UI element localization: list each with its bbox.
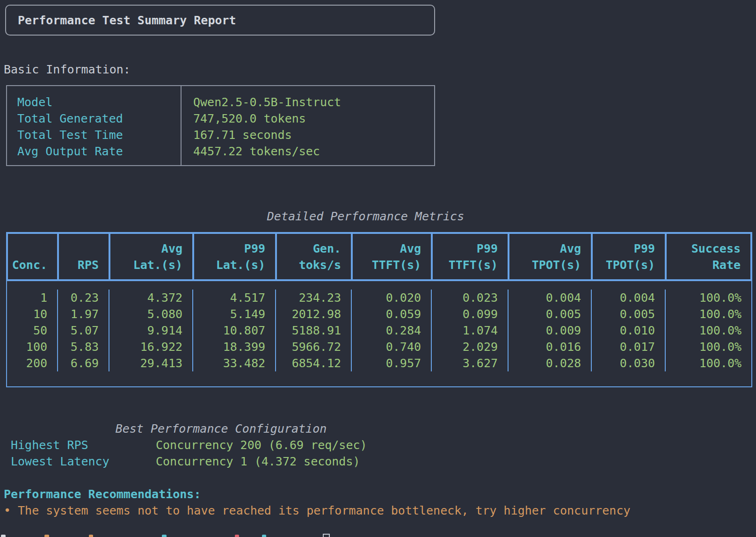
basic-info-label: Model bbox=[17, 94, 181, 110]
metrics-header-label: Gen. toks/s bbox=[299, 240, 341, 273]
best-config-value: Concurrency 200 (6.69 req/sec) bbox=[156, 437, 367, 453]
metrics-cell: 18.399 bbox=[193, 339, 276, 355]
metrics-header-cell: P99 Lat.(s) bbox=[194, 234, 277, 279]
metrics-cell: 0.010 bbox=[592, 322, 666, 339]
metrics-cell: 5966.72 bbox=[276, 339, 352, 355]
metrics-cell: 3.627 bbox=[432, 355, 509, 371]
basic-info-label: Total Generated bbox=[17, 110, 181, 127]
basic-info-label: Avg Output Rate bbox=[17, 143, 181, 160]
metrics-cell: 2012.98 bbox=[276, 306, 352, 322]
metrics-cell: 10 bbox=[7, 306, 58, 322]
basic-info-value: Qwen2.5-0.5B-Instruct bbox=[193, 94, 434, 110]
metrics-cell: 16.922 bbox=[109, 339, 193, 355]
metrics-cell: 4.372 bbox=[109, 290, 193, 306]
clipped-text-fragment bbox=[89, 535, 93, 537]
metrics-cell: 200 bbox=[7, 355, 58, 371]
clipped-text-fragment bbox=[235, 535, 239, 537]
best-config-table: Highest RPSConcurrency 200 (6.69 req/sec… bbox=[0, 437, 515, 470]
metrics-cell: 5.149 bbox=[193, 306, 276, 322]
metrics-cell: 100.0% bbox=[666, 339, 751, 355]
metrics-header-cell: RPS bbox=[59, 234, 110, 279]
recommendations-list: •The system seems not to have reached it… bbox=[4, 502, 631, 519]
metrics-header-cell: Avg TPOT(s) bbox=[509, 234, 593, 279]
clipped-text-fragment bbox=[1, 535, 6, 537]
recommendations-heading: Performance Recommendations: bbox=[4, 486, 201, 502]
best-config-title: Best Performance Configuration bbox=[0, 421, 442, 437]
metrics-header-label: RPS bbox=[78, 257, 99, 273]
metrics-cell: 0.005 bbox=[509, 306, 592, 322]
metrics-header-label: P99 Lat.(s) bbox=[216, 240, 265, 273]
table-row: 1005.8316.92218.3995966.720.7402.0290.01… bbox=[7, 339, 751, 355]
metrics-cell: 1.074 bbox=[432, 322, 509, 339]
metrics-header-label: P99 TTFT(s) bbox=[449, 240, 498, 273]
metrics-header-label: Avg Lat.(s) bbox=[133, 240, 182, 273]
basic-info-values: Qwen2.5-0.5B-Instruct747,520.0 tokens167… bbox=[182, 86, 434, 165]
metrics-cell: 100.0% bbox=[666, 290, 751, 306]
basic-info-value: 167.71 seconds bbox=[193, 127, 434, 143]
metrics-cell: 0.740 bbox=[352, 339, 432, 355]
metrics-cell: 2.029 bbox=[432, 339, 509, 355]
metrics-cell: 1 bbox=[7, 290, 58, 306]
metrics-header-cell: Conc. bbox=[8, 234, 59, 279]
metrics-cell: 0.017 bbox=[592, 339, 666, 355]
metrics-cell: 0.020 bbox=[352, 290, 432, 306]
metrics-cell: 0.009 bbox=[509, 322, 592, 339]
basic-info-label: Total Test Time bbox=[17, 127, 181, 143]
metrics-cell: 33.482 bbox=[193, 355, 276, 371]
metrics-cell: 0.028 bbox=[509, 355, 592, 371]
metrics-header-cell: P99 TPOT(s) bbox=[593, 234, 667, 279]
metrics-cell: 6.69 bbox=[58, 355, 109, 371]
table-row: 10.234.3724.517234.230.0200.0230.0040.00… bbox=[7, 290, 751, 306]
metrics-cell: 0.284 bbox=[352, 322, 432, 339]
basic-info-table: ModelTotal GeneratedTotal Test TimeAvg O… bbox=[6, 85, 435, 166]
basic-info-value: 747,520.0 tokens bbox=[193, 110, 434, 127]
metrics-header-cell: Avg Lat.(s) bbox=[110, 234, 194, 279]
metrics-cell: 100.0% bbox=[666, 306, 751, 322]
metrics-cell: 0.957 bbox=[352, 355, 432, 371]
metrics-cell: 0.005 bbox=[592, 306, 666, 322]
metrics-header-label: Avg TTFT(s) bbox=[372, 240, 421, 273]
recommendation-text: The system seems not to have reached its… bbox=[18, 504, 630, 517]
metrics-cell: 100 bbox=[7, 339, 58, 355]
metrics-cell: 0.023 bbox=[432, 290, 509, 306]
table-row: 505.079.91410.8075188.910.2841.0740.0090… bbox=[7, 322, 751, 339]
metrics-cell: 234.23 bbox=[276, 290, 352, 306]
metrics-cell: 5.080 bbox=[109, 306, 193, 322]
best-config-value: Concurrency 1 (4.372 seconds) bbox=[156, 453, 360, 470]
metrics-cell: 0.23 bbox=[58, 290, 109, 306]
clipped-text-fragment bbox=[162, 535, 167, 537]
metrics-cell: 100.0% bbox=[666, 355, 751, 371]
metrics-header-cell: P99 TTFT(s) bbox=[433, 234, 509, 279]
metrics-cell: 1.97 bbox=[58, 306, 109, 322]
metrics-header-label: Avg TPOT(s) bbox=[532, 240, 581, 273]
metrics-cell: 5.07 bbox=[58, 322, 109, 339]
best-config-row: Lowest LatencyConcurrency 1 (4.372 secon… bbox=[0, 453, 515, 470]
best-config-label: Lowest Latency bbox=[0, 453, 156, 470]
recommendation-item: •The system seems not to have reached it… bbox=[4, 502, 631, 519]
bullet-icon: • bbox=[4, 504, 11, 517]
terminal-screen: Performance Test Summary Report Basic In… bbox=[0, 0, 756, 537]
metrics-header-label: P99 TPOT(s) bbox=[606, 240, 655, 273]
metrics-header-cell: Avg TTFT(s) bbox=[353, 234, 433, 279]
metrics-cell: 0.030 bbox=[592, 355, 666, 371]
metrics-cell: 0.016 bbox=[509, 339, 592, 355]
metrics-cell: 6854.12 bbox=[276, 355, 352, 371]
terminal-cursor bbox=[323, 534, 330, 537]
basic-info-value: 4457.22 tokens/sec bbox=[193, 143, 434, 160]
metrics-header-label: Success Rate bbox=[691, 240, 741, 273]
metrics-cell: 4.517 bbox=[193, 290, 276, 306]
report-title-box: Performance Test Summary Report bbox=[5, 5, 435, 36]
metrics-cell: 100.0% bbox=[666, 322, 751, 339]
basic-info-labels: ModelTotal GeneratedTotal Test TimeAvg O… bbox=[7, 86, 182, 165]
metrics-table-body: 10.234.3724.517234.230.0200.0230.0040.00… bbox=[6, 281, 752, 387]
metrics-cell: 0.004 bbox=[509, 290, 592, 306]
clipped-terminal-line bbox=[0, 533, 756, 537]
best-config-label: Highest RPS bbox=[0, 437, 156, 453]
clipped-text-fragment bbox=[262, 535, 266, 537]
metrics-cell: 9.914 bbox=[109, 322, 193, 339]
metrics-table-title: Detailed Performance Metrics bbox=[6, 208, 725, 225]
basic-info-heading: Basic Information: bbox=[4, 61, 131, 78]
table-row: 101.975.0805.1492012.980.0590.0990.0050.… bbox=[7, 306, 751, 322]
metrics-cell: 5.83 bbox=[58, 339, 109, 355]
metrics-header-cell: Success Rate bbox=[667, 234, 750, 279]
